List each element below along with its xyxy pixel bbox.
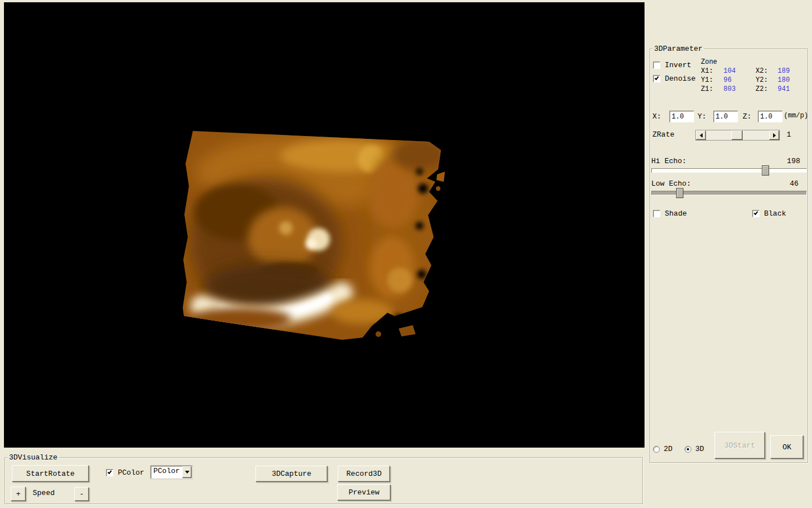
denoise-label: Denoise bbox=[665, 75, 696, 83]
hi-echo-slider-track[interactable] bbox=[651, 168, 807, 173]
zone-y1-value: 96 bbox=[723, 76, 731, 84]
scale-unit-label: (mm/p) bbox=[784, 112, 808, 120]
zone-x2-value: 189 bbox=[778, 67, 790, 75]
mode-3d-label: 3D bbox=[695, 445, 704, 453]
pcolor-select-dropdown-button[interactable] bbox=[182, 466, 192, 478]
app-window: 3DParameter Invert Denoise Zone X1: 104 … bbox=[0, 0, 812, 508]
radio-3d-circle[interactable] bbox=[685, 446, 691, 453]
scale-z-input[interactable] bbox=[758, 111, 783, 122]
check-icon bbox=[754, 211, 758, 215]
invert-checkbox-box[interactable] bbox=[653, 62, 660, 69]
low-echo-value: 46 bbox=[789, 179, 798, 188]
start-3d-button[interactable]: 3DStart bbox=[714, 432, 765, 459]
record-3d-button[interactable]: Record3D bbox=[338, 466, 390, 482]
radio-dot-icon bbox=[687, 448, 689, 450]
zone-y2-label: Y2: bbox=[756, 76, 768, 84]
zone-x1-value: 104 bbox=[723, 67, 736, 75]
parameter-panel: 3DParameter Invert Denoise Zone X1: 104 … bbox=[650, 49, 808, 463]
zrate-scrollbar[interactable] bbox=[695, 130, 780, 141]
zrate-scroll-thumb[interactable] bbox=[731, 130, 743, 140]
zrate-value: 1 bbox=[787, 130, 791, 139]
black-label: Black bbox=[764, 209, 786, 218]
hi-echo-label: Hi Echo: bbox=[651, 157, 686, 165]
scale-z-label: Z: bbox=[743, 112, 752, 121]
zrate-scroll-track[interactable] bbox=[706, 130, 769, 140]
capture-3d-button[interactable]: 3DCapture bbox=[255, 466, 328, 482]
zone-y2-value: 180 bbox=[778, 76, 790, 84]
invert-label: Invert bbox=[665, 61, 691, 69]
shade-label: Shade bbox=[665, 209, 687, 218]
chevron-down-icon bbox=[185, 471, 189, 474]
speed-minus-button[interactable]: - bbox=[74, 487, 89, 501]
pcolor-select[interactable]: PColor bbox=[151, 466, 192, 479]
zrate-scroll-right-button[interactable] bbox=[769, 130, 779, 140]
zone-z1-value: 803 bbox=[723, 85, 736, 93]
zrate-scroll-left-button[interactable] bbox=[696, 130, 706, 140]
check-icon bbox=[108, 470, 112, 474]
mode-2d-radio[interactable]: 2D bbox=[653, 445, 673, 453]
shade-checkbox-box[interactable] bbox=[653, 210, 660, 217]
check-icon bbox=[655, 76, 659, 80]
pcolor-checkbox-box[interactable] bbox=[106, 469, 113, 476]
low-echo-slider-thumb[interactable] bbox=[676, 188, 683, 198]
speed-plus-button[interactable]: + bbox=[11, 487, 26, 501]
hi-echo-value: 198 bbox=[787, 157, 800, 165]
scale-x-input[interactable] bbox=[669, 111, 694, 122]
pcolor-select-value: PColor bbox=[151, 466, 182, 478]
zone-title: Zone bbox=[701, 58, 717, 66]
ultrasound-volume-render bbox=[4, 2, 645, 448]
zone-x1-label: X1: bbox=[701, 67, 713, 75]
pcolor-label: PColor bbox=[118, 468, 144, 477]
scale-y-label: Y: bbox=[698, 112, 707, 121]
low-echo-slider-track[interactable] bbox=[651, 191, 807, 195]
ok-button[interactable]: OK bbox=[770, 435, 804, 459]
visualize-panel-title: 3DVisualize bbox=[7, 453, 59, 462]
mode-3d-radio[interactable]: 3D bbox=[685, 445, 704, 453]
start-rotate-button[interactable]: StartRotate bbox=[12, 465, 89, 482]
render-viewport[interactable] bbox=[4, 2, 645, 448]
scale-y-input[interactable] bbox=[713, 111, 738, 122]
zone-y1-label: Y1: bbox=[701, 76, 713, 84]
arrow-left-icon bbox=[700, 133, 703, 138]
visualize-panel: 3DVisualize StartRotate + Speed - PColor… bbox=[5, 457, 643, 504]
zone-x2-label: X2: bbox=[756, 67, 768, 75]
zone-z2-label: Z2: bbox=[756, 85, 768, 93]
mode-2d-label: 2D bbox=[664, 445, 673, 453]
parameter-panel-title: 3DParameter bbox=[652, 45, 704, 53]
zone-z1-label: Z1: bbox=[701, 85, 713, 93]
zone-z2-value: 941 bbox=[778, 85, 790, 93]
radio-2d-circle[interactable] bbox=[653, 446, 660, 453]
low-echo-label: Low Echo: bbox=[651, 179, 691, 188]
zrate-label: ZRate bbox=[652, 130, 674, 139]
pcolor-checkbox[interactable]: PColor bbox=[106, 468, 144, 477]
invert-checkbox[interactable]: Invert bbox=[653, 61, 691, 69]
hi-echo-slider-thumb[interactable] bbox=[762, 165, 769, 176]
denoise-checkbox-box[interactable] bbox=[653, 75, 660, 82]
speed-label: Speed bbox=[33, 489, 55, 497]
black-checkbox-box[interactable] bbox=[752, 210, 760, 217]
preview-button[interactable]: Preview bbox=[337, 484, 391, 501]
scale-x-label: X: bbox=[652, 112, 661, 121]
arrow-right-icon bbox=[773, 133, 776, 138]
shade-checkbox[interactable]: Shade bbox=[653, 209, 687, 218]
black-checkbox[interactable]: Black bbox=[752, 209, 786, 218]
denoise-checkbox[interactable]: Denoise bbox=[653, 75, 696, 83]
